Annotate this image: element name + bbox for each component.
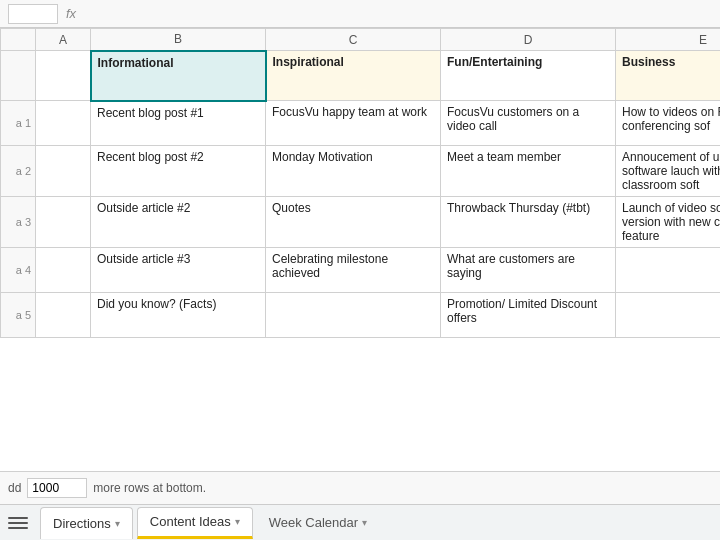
row-number: a 5 <box>1 293 36 338</box>
cell-row3-colc[interactable]: Quotes <box>266 197 441 248</box>
header-e-cell[interactable]: Business <box>616 51 721 101</box>
cell-row1-colb[interactable]: Recent blog post #1 <box>91 101 266 146</box>
col-header-a[interactable]: A <box>36 29 91 51</box>
cell-row4-cold[interactable]: What are customers are saying <box>441 248 616 293</box>
add-rows-suffix: more rows at bottom. <box>93 481 206 495</box>
col-header-d[interactable]: D <box>441 29 616 51</box>
corner-header <box>1 29 36 51</box>
add-label: dd <box>8 481 21 495</box>
cell-row2-colc[interactable]: Monday Motivation <box>266 146 441 197</box>
header-c-cell[interactable]: Inspirational <box>266 51 441 101</box>
cell-row1-colc[interactable]: FocusVu happy team at work <box>266 101 441 146</box>
table-row: a 1Recent blog post #1FocusVu happy team… <box>1 101 721 146</box>
hamburger-line-2 <box>8 522 28 524</box>
cell-row2-cola[interactable] <box>36 146 91 197</box>
spreadsheet-table: A B C D E Informational Inspirational Fu… <box>0 28 720 338</box>
tab-content-ideas-label: Content Ideas <box>150 514 231 529</box>
col-header-c[interactable]: C <box>266 29 441 51</box>
formula-bar: fx <box>0 0 720 28</box>
tab-directions-chevron: ▾ <box>115 518 120 529</box>
table-row: a 5Did you know? (Facts)Promotion/ Limit… <box>1 293 721 338</box>
tab-week-calendar[interactable]: Week Calendar ▾ <box>257 507 379 539</box>
add-row-bar: dd more rows at bottom. <box>0 471 720 504</box>
header-d-cell[interactable]: Fun/Entertaining <box>441 51 616 101</box>
header-content-row: Informational Inspirational Fun/Entertai… <box>1 51 721 101</box>
row-number: a 2 <box>1 146 36 197</box>
tab-content-ideas[interactable]: Content Ideas ▾ <box>137 507 253 539</box>
cell-row4-colb[interactable]: Outside article #3 <box>91 248 266 293</box>
col-header-b[interactable]: B <box>91 29 266 51</box>
cell-row1-cola[interactable] <box>36 101 91 146</box>
row-num-header <box>1 51 36 101</box>
spreadsheet-area: A B C D E Informational Inspirational Fu… <box>0 28 720 471</box>
cell-row3-cole[interactable]: Launch of video softwa version with new … <box>616 197 721 248</box>
cell-row5-colb[interactable]: Did you know? (Facts) <box>91 293 266 338</box>
col-header-e[interactable]: E <box>616 29 721 51</box>
cell-row3-cola[interactable] <box>36 197 91 248</box>
row-number: a 1 <box>1 101 36 146</box>
tab-directions[interactable]: Directions ▾ <box>40 507 133 539</box>
cell-row4-cola[interactable] <box>36 248 91 293</box>
cell-row3-colb[interactable]: Outside article #2 <box>91 197 266 248</box>
header-a-cell[interactable] <box>36 51 91 101</box>
cell-row5-cola[interactable] <box>36 293 91 338</box>
tab-bar: Directions ▾ Content Ideas ▾ Week Calend… <box>0 504 720 540</box>
cell-row2-cold[interactable]: Meet a team member <box>441 146 616 197</box>
cell-row2-colb[interactable]: Recent blog post #2 <box>91 146 266 197</box>
cell-row5-cold[interactable]: Promotion/ Limited Discount offers <box>441 293 616 338</box>
hamburger-menu[interactable] <box>8 517 28 529</box>
tab-content-ideas-chevron: ▾ <box>235 516 240 527</box>
table-row: a 4Outside article #3Celebrating milesto… <box>1 248 721 293</box>
tab-directions-label: Directions <box>53 516 111 531</box>
cell-row1-cold[interactable]: FocusVu customers on a video call <box>441 101 616 146</box>
cell-row5-cole[interactable] <box>616 293 721 338</box>
cell-row2-cole[interactable]: Annoucement of upcor software lauch with… <box>616 146 721 197</box>
fx-icon: fx <box>66 6 76 21</box>
row-number: a 4 <box>1 248 36 293</box>
tab-week-calendar-chevron: ▾ <box>362 517 367 528</box>
cell-row4-cole[interactable] <box>616 248 721 293</box>
hamburger-line-3 <box>8 527 28 529</box>
cell-row1-cole[interactable]: How to videos on Focu video conferencing… <box>616 101 721 146</box>
table-row: a 3Outside article #2QuotesThrowback Thu… <box>1 197 721 248</box>
cell-row4-colc[interactable]: Celebrating milestone achieved <box>266 248 441 293</box>
tab-week-calendar-label: Week Calendar <box>269 515 358 530</box>
cell-row3-cold[interactable]: Throwback Thursday (#tbt) <box>441 197 616 248</box>
add-rows-input[interactable] <box>27 478 87 498</box>
cell-reference-input[interactable] <box>8 4 58 24</box>
cell-row5-colc[interactable] <box>266 293 441 338</box>
hamburger-line-1 <box>8 517 28 519</box>
table-row: a 2Recent blog post #2Monday MotivationM… <box>1 146 721 197</box>
header-b-cell[interactable]: Informational <box>91 51 266 101</box>
row-number: a 3 <box>1 197 36 248</box>
